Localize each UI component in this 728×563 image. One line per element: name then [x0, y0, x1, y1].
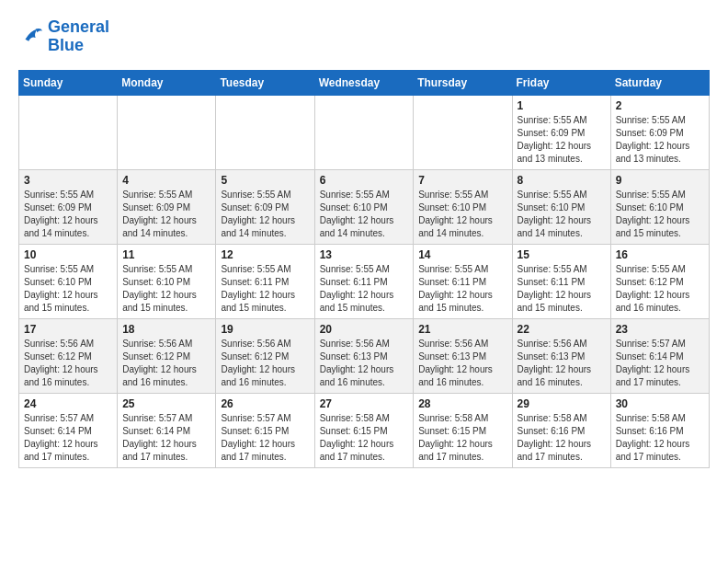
day-info: Sunrise: 5:55 AMSunset: 6:09 PMDaylight:… [518, 114, 606, 166]
day-info: Sunrise: 5:55 AMSunset: 6:11 PMDaylight:… [320, 263, 409, 315]
calendar-cell [314, 95, 414, 169]
calendar-cell: 9Sunrise: 5:55 AMSunset: 6:10 PMDaylight… [610, 169, 709, 244]
day-info: Sunrise: 5:55 AMSunset: 6:10 PMDaylight:… [518, 189, 606, 240]
day-number: 12 [221, 248, 309, 261]
calendar-week-4: 17Sunrise: 5:56 AMSunset: 6:12 PMDayligh… [19, 318, 710, 393]
day-number: 23 [616, 323, 704, 336]
day-number: 26 [221, 397, 309, 410]
day-info: Sunrise: 5:56 AMSunset: 6:12 PMDaylight:… [122, 338, 210, 389]
day-number: 6 [320, 174, 409, 187]
day-number: 13 [320, 248, 409, 261]
day-number: 5 [221, 174, 309, 187]
day-number: 9 [616, 174, 704, 187]
day-number: 1 [518, 99, 606, 112]
day-info: Sunrise: 5:56 AMSunset: 6:13 PMDaylight:… [418, 338, 506, 389]
calendar-cell: 2Sunrise: 5:55 AMSunset: 6:09 PMDaylight… [610, 95, 709, 169]
day-number: 22 [518, 323, 606, 336]
day-info: Sunrise: 5:57 AMSunset: 6:14 PMDaylight:… [122, 412, 210, 464]
calendar-week-3: 10Sunrise: 5:55 AMSunset: 6:10 PMDayligh… [19, 244, 710, 318]
day-info: Sunrise: 5:55 AMSunset: 6:09 PMDaylight:… [616, 114, 704, 166]
day-number: 10 [24, 248, 112, 261]
logo: General Blue [18, 18, 109, 55]
day-number: 17 [24, 323, 112, 336]
calendar-week-2: 3Sunrise: 5:55 AMSunset: 6:09 PMDaylight… [19, 169, 710, 244]
day-info: Sunrise: 5:55 AMSunset: 6:10 PMDaylight:… [122, 263, 210, 315]
calendar-week-5: 24Sunrise: 5:57 AMSunset: 6:14 PMDayligh… [19, 393, 710, 467]
calendar-cell: 22Sunrise: 5:56 AMSunset: 6:13 PMDayligh… [512, 318, 610, 393]
day-number: 25 [122, 397, 210, 410]
calendar-cell: 1Sunrise: 5:55 AMSunset: 6:09 PMDaylight… [512, 95, 610, 169]
calendar-cell [414, 95, 512, 169]
calendar-cell [216, 95, 314, 169]
day-number: 24 [24, 397, 112, 410]
calendar-cell: 17Sunrise: 5:56 AMSunset: 6:12 PMDayligh… [19, 318, 118, 393]
weekday-header-sunday: Sunday [19, 70, 118, 95]
calendar-cell: 13Sunrise: 5:55 AMSunset: 6:11 PMDayligh… [314, 244, 414, 318]
day-info: Sunrise: 5:55 AMSunset: 6:09 PMDaylight:… [122, 189, 210, 240]
day-number: 16 [616, 248, 704, 261]
logo-text: General Blue [48, 18, 109, 55]
calendar-cell: 19Sunrise: 5:56 AMSunset: 6:12 PMDayligh… [216, 318, 314, 393]
weekday-header-row: SundayMondayTuesdayWednesdayThursdayFrid… [19, 70, 710, 95]
calendar-cell: 6Sunrise: 5:55 AMSunset: 6:10 PMDaylight… [314, 169, 414, 244]
calendar-cell: 30Sunrise: 5:58 AMSunset: 6:16 PMDayligh… [610, 393, 709, 467]
calendar-cell [19, 95, 118, 169]
logo-bird-icon [18, 24, 44, 50]
day-info: Sunrise: 5:55 AMSunset: 6:10 PMDaylight:… [616, 189, 704, 240]
calendar-cell: 28Sunrise: 5:58 AMSunset: 6:15 PMDayligh… [414, 393, 512, 467]
calendar-header: SundayMondayTuesdayWednesdayThursdayFrid… [19, 70, 710, 95]
calendar-cell: 24Sunrise: 5:57 AMSunset: 6:14 PMDayligh… [19, 393, 118, 467]
day-info: Sunrise: 5:57 AMSunset: 6:14 PMDaylight:… [616, 338, 704, 389]
day-info: Sunrise: 5:58 AMSunset: 6:16 PMDaylight:… [518, 412, 606, 464]
calendar-cell [118, 95, 216, 169]
day-number: 7 [418, 174, 506, 187]
weekday-header-thursday: Thursday [414, 70, 512, 95]
calendar-cell: 5Sunrise: 5:55 AMSunset: 6:09 PMDaylight… [216, 169, 314, 244]
calendar-cell: 4Sunrise: 5:55 AMSunset: 6:09 PMDaylight… [118, 169, 216, 244]
calendar-cell: 14Sunrise: 5:55 AMSunset: 6:11 PMDayligh… [414, 244, 512, 318]
day-info: Sunrise: 5:55 AMSunset: 6:09 PMDaylight:… [221, 189, 309, 240]
calendar-cell: 8Sunrise: 5:55 AMSunset: 6:10 PMDaylight… [512, 169, 610, 244]
day-info: Sunrise: 5:55 AMSunset: 6:12 PMDaylight:… [616, 263, 704, 315]
day-number: 20 [320, 323, 409, 336]
calendar-table: SundayMondayTuesdayWednesdayThursdayFrid… [18, 70, 710, 468]
day-info: Sunrise: 5:56 AMSunset: 6:12 PMDaylight:… [24, 338, 112, 389]
day-number: 15 [518, 248, 606, 261]
day-info: Sunrise: 5:56 AMSunset: 6:12 PMDaylight:… [221, 338, 309, 389]
calendar-cell: 25Sunrise: 5:57 AMSunset: 6:14 PMDayligh… [118, 393, 216, 467]
calendar-cell: 18Sunrise: 5:56 AMSunset: 6:12 PMDayligh… [118, 318, 216, 393]
weekday-header-friday: Friday [512, 70, 610, 95]
day-number: 28 [418, 397, 506, 410]
calendar-week-1: 1Sunrise: 5:55 AMSunset: 6:09 PMDaylight… [19, 95, 710, 169]
day-number: 19 [221, 323, 309, 336]
day-info: Sunrise: 5:55 AMSunset: 6:10 PMDaylight:… [320, 189, 409, 240]
day-number: 2 [616, 99, 704, 112]
day-info: Sunrise: 5:55 AMSunset: 6:11 PMDaylight:… [518, 263, 606, 315]
day-number: 21 [418, 323, 506, 336]
day-info: Sunrise: 5:55 AMSunset: 6:11 PMDaylight:… [221, 263, 309, 315]
weekday-header-monday: Monday [118, 70, 216, 95]
day-info: Sunrise: 5:58 AMSunset: 6:15 PMDaylight:… [320, 412, 409, 464]
calendar-cell: 15Sunrise: 5:55 AMSunset: 6:11 PMDayligh… [512, 244, 610, 318]
day-info: Sunrise: 5:56 AMSunset: 6:13 PMDaylight:… [518, 338, 606, 389]
page-header: General Blue [18, 18, 710, 55]
day-info: Sunrise: 5:58 AMSunset: 6:16 PMDaylight:… [616, 412, 704, 464]
day-number: 3 [24, 174, 112, 187]
day-info: Sunrise: 5:55 AMSunset: 6:11 PMDaylight:… [418, 263, 506, 315]
day-info: Sunrise: 5:58 AMSunset: 6:15 PMDaylight:… [418, 412, 506, 464]
day-info: Sunrise: 5:55 AMSunset: 6:09 PMDaylight:… [24, 189, 112, 240]
weekday-header-wednesday: Wednesday [314, 70, 414, 95]
day-info: Sunrise: 5:55 AMSunset: 6:10 PMDaylight:… [24, 263, 112, 315]
calendar-cell: 20Sunrise: 5:56 AMSunset: 6:13 PMDayligh… [314, 318, 414, 393]
calendar-cell: 11Sunrise: 5:55 AMSunset: 6:10 PMDayligh… [118, 244, 216, 318]
weekday-header-tuesday: Tuesday [216, 70, 314, 95]
day-number: 8 [518, 174, 606, 187]
day-info: Sunrise: 5:55 AMSunset: 6:10 PMDaylight:… [418, 189, 506, 240]
weekday-header-saturday: Saturday [610, 70, 709, 95]
day-number: 30 [616, 397, 704, 410]
day-info: Sunrise: 5:57 AMSunset: 6:14 PMDaylight:… [24, 412, 112, 464]
calendar-cell: 12Sunrise: 5:55 AMSunset: 6:11 PMDayligh… [216, 244, 314, 318]
day-number: 29 [518, 397, 606, 410]
day-number: 14 [418, 248, 506, 261]
calendar-cell: 3Sunrise: 5:55 AMSunset: 6:09 PMDaylight… [19, 169, 118, 244]
